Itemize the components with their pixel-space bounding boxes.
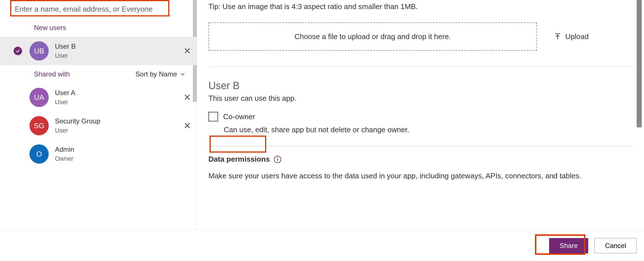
avatar: SG — [29, 116, 49, 135]
shared-user-row[interactable]: SG Security Group User ✕ — [0, 112, 197, 140]
remove-user-icon[interactable]: ✕ — [184, 46, 191, 56]
user-name: Security Group — [55, 117, 100, 125]
selected-check-icon — [14, 47, 22, 55]
user-role: User — [55, 52, 76, 59]
chevron-down-icon — [180, 71, 185, 77]
sort-label: Sort by Name — [135, 70, 177, 78]
user-role: Owner — [55, 155, 74, 162]
coowner-desc: Can use, edit, share app but not delete … — [224, 125, 633, 134]
dialog-footer: Share Cancel — [0, 230, 644, 261]
shared-with-header: Shared with — [34, 70, 70, 78]
data-permissions-title: Data permissions — [208, 155, 270, 164]
upload-dropzone[interactable]: Choose a file to upload or drag and drop… — [208, 22, 537, 51]
user-name: User A — [55, 89, 75, 97]
right-panel: Tip: Use an image that is 4:3 aspect rat… — [197, 0, 644, 261]
user-name: User B — [55, 42, 76, 50]
divider — [208, 146, 633, 146]
user-search-input[interactable] — [12, 3, 171, 16]
divider — [208, 67, 633, 67]
data-permissions-desc: Make sure your users have access to the … — [208, 172, 633, 180]
coowner-checkbox[interactable] — [208, 112, 218, 121]
image-tip: Tip: Use an image that is 4:3 aspect rat… — [208, 0, 633, 11]
avatar: UB — [29, 41, 49, 61]
upload-button[interactable]: Upload — [554, 32, 588, 41]
remove-user-icon[interactable]: ✕ — [184, 120, 191, 131]
share-button[interactable]: Share — [549, 238, 588, 253]
coowner-label: Co-owner — [223, 112, 255, 121]
shared-user-row[interactable]: UA User A User ✕ — [0, 83, 197, 112]
cancel-button[interactable]: Cancel — [594, 238, 637, 253]
info-icon[interactable]: i — [274, 156, 281, 163]
avatar: UA — [29, 88, 49, 107]
new-user-row[interactable]: UB User B User ✕ — [0, 37, 197, 65]
right-scrollbar[interactable] — [637, 0, 642, 127]
upload-label: Upload — [565, 32, 588, 41]
selected-user-name: User B — [208, 80, 633, 92]
remove-user-icon[interactable]: ✕ — [184, 92, 191, 103]
user-role: User — [55, 99, 75, 106]
shared-user-row[interactable]: O Admin Owner — [0, 140, 197, 168]
sort-dropdown[interactable]: Sort by Name — [135, 70, 185, 78]
selected-user-desc: This user can use this app. — [208, 94, 633, 103]
upload-icon — [554, 33, 561, 40]
user-name: Admin — [55, 146, 74, 153]
avatar: O — [29, 144, 49, 164]
new-users-header: New users — [0, 19, 197, 37]
left-panel: New users UB User B User ✕ Shared with S… — [0, 0, 197, 261]
user-role: User — [55, 127, 100, 134]
